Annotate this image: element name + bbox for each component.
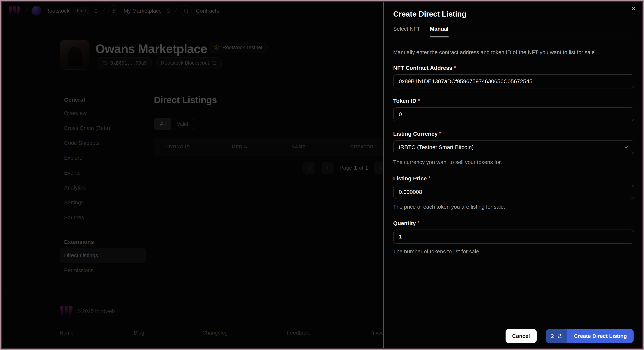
field-nft-contract-address: NFT Contract Address*: [393, 64, 634, 88]
tab-manual[interactable]: Manual: [430, 26, 448, 37]
field-token-id: Token ID*: [393, 97, 634, 121]
field-label: Listing Currency: [393, 131, 438, 137]
field-listing-price: Listing Price* The price of each token y…: [393, 175, 634, 210]
field-helper: The number of tokens to list for sale.: [393, 249, 634, 255]
required-asterisk: *: [418, 220, 420, 226]
required-asterisk: *: [418, 97, 420, 104]
field-label: Quantity: [393, 220, 416, 226]
tab-select-nft[interactable]: Select NFT: [393, 26, 420, 37]
required-asterisk: *: [439, 130, 441, 137]
listing-price-input[interactable]: [393, 185, 634, 199]
field-helper: The currency you want to sell your token…: [393, 159, 634, 165]
nft-contract-address-input[interactable]: [393, 74, 634, 88]
transaction-button-group: 2 Create Direct Listing: [546, 329, 634, 343]
cancel-button[interactable]: Cancel: [506, 329, 537, 343]
drawer-actions: Cancel 2 Create Direct Listing: [506, 329, 634, 343]
field-label: Listing Price: [393, 175, 427, 182]
field-label: NFT Contract Address: [393, 65, 452, 71]
quantity-input[interactable]: [393, 230, 634, 244]
drawer-description: Manually enter the contract address and …: [393, 49, 634, 55]
listing-currency-select[interactable]: tRBTC (Testnet Smart Bitcoin): [393, 140, 634, 154]
transaction-count: 2: [551, 333, 554, 339]
create-direct-listing-button[interactable]: Create Direct Listing: [567, 329, 634, 343]
swap-arrows-icon: [557, 333, 562, 339]
field-helper: The price of each token you are listing …: [393, 204, 634, 210]
field-label: Token ID: [393, 98, 416, 104]
listing-currency-value: tRBTC (Testnet Smart Bitcoin): [399, 144, 474, 150]
app-root: / Rootstock Free / My Marketplace / Cont…: [0, 0, 644, 350]
transaction-count-button[interactable]: 2: [546, 329, 568, 343]
chevron-down-icon: [624, 145, 629, 150]
field-listing-currency: Listing Currency* tRBTC (Testnet Smart B…: [393, 130, 634, 165]
required-asterisk: *: [428, 175, 430, 182]
drawer-tabs: Select NFT Manual: [393, 26, 634, 37]
drawer-title: Create Direct Listing: [393, 10, 634, 18]
token-id-input[interactable]: [393, 107, 634, 121]
create-direct-listing-drawer: ✕ Create Direct Listing Select NFT Manua…: [383, 0, 644, 350]
required-asterisk: *: [454, 64, 456, 71]
field-quantity: Quantity* The number of tokens to list f…: [393, 220, 634, 255]
close-icon[interactable]: ✕: [629, 4, 638, 13]
